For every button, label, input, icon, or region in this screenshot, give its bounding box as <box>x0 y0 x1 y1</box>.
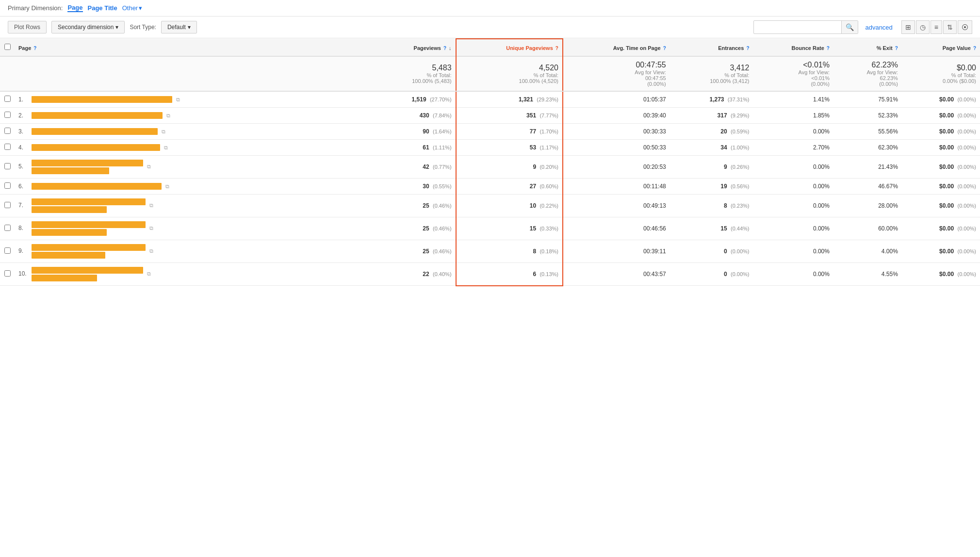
bar-primary <box>32 160 143 166</box>
secondary-dimension-dropdown[interactable]: Secondary dimension ▾ <box>51 21 125 33</box>
table-row: 9. ⧉ 25 (0.46%)8 (0.18%)00:39:110 (0.00%… <box>0 240 980 263</box>
row-checkbox-cell <box>0 108 15 124</box>
row-checkbox[interactable] <box>4 182 11 189</box>
bounce-rate-column-header: Bounce Rate ? <box>753 39 833 56</box>
copy-icon[interactable]: ⧉ <box>166 113 170 118</box>
bounce-rate-cell: 0.00% <box>753 179 833 195</box>
row-checkbox[interactable] <box>4 96 11 102</box>
pageviews-cell: 90 (1.64%) <box>372 124 456 140</box>
pct-exit-cell: 55.56% <box>833 124 902 140</box>
page-value-cell: $0.00 (0.00%) <box>902 140 980 156</box>
row-checkbox-cell <box>0 124 15 140</box>
page-help-icon[interactable]: ? <box>33 46 36 51</box>
page-cell: 6. ⧉ <box>15 179 372 195</box>
avg-time-cell: 00:11:48 <box>563 179 670 195</box>
bounce-rate-help-icon[interactable]: ? <box>827 46 830 51</box>
bar-primary <box>32 96 172 103</box>
unique-pageviews-column-header: Unique Pageviews ? <box>456 39 563 56</box>
row-checkbox-cell <box>0 217 15 240</box>
pivot-icon[interactable]: ⦿ <box>958 20 972 34</box>
toolbar: Plot Rows Secondary dimension ▾ Sort Typ… <box>0 16 980 38</box>
copy-icon[interactable]: ⧉ <box>147 164 151 169</box>
compare-icon[interactable]: ⇅ <box>943 20 957 34</box>
copy-icon[interactable]: ⧉ <box>162 129 165 134</box>
page-cell: 8. ⧉ <box>15 217 372 240</box>
list-view-icon[interactable]: ≡ <box>931 20 942 34</box>
entrances-cell: 1,273 (37.31%) <box>670 91 753 108</box>
row-checkbox[interactable] <box>4 112 11 118</box>
bounce-rate-cell: 0.00% <box>753 195 833 217</box>
row-checkbox[interactable] <box>4 225 11 231</box>
sort-type-label: Sort Type: <box>130 24 156 31</box>
pageviews-cell: 25 (0.46%) <box>372 240 456 263</box>
page-value-help-icon[interactable]: ? <box>973 46 976 51</box>
row-checkbox[interactable] <box>4 247 11 254</box>
select-all-checkbox[interactable] <box>4 44 11 50</box>
dim-page-btn[interactable]: Page <box>67 4 82 12</box>
row-number: 9. <box>18 247 28 254</box>
bounce-rate-cell: 0.00% <box>753 240 833 263</box>
bar-secondary <box>32 275 97 281</box>
unique-pageviews-cell: 1,321 (29.23%) <box>456 91 563 108</box>
copy-icon[interactable]: ⧉ <box>164 145 168 150</box>
row-checkbox[interactable] <box>4 144 11 150</box>
page-cell: 2. ⧉ <box>15 108 372 124</box>
row-checkbox[interactable] <box>4 163 11 169</box>
table-row: 6. ⧉ 30 (0.55%)27 (0.60%)00:11:4819 (0.5… <box>0 179 980 195</box>
row-number: 3. <box>18 128 28 135</box>
unique-pageviews-cell: 15 (0.33%) <box>456 217 563 240</box>
page-cell: 3. ⧉ <box>15 124 372 140</box>
table-row: 10. ⧉ 22 (0.40%)6 (0.13%)00:43:570 (0.00… <box>0 263 980 286</box>
unique-pageviews-cell: 53 (1.17%) <box>456 140 563 156</box>
dim-page-title-btn[interactable]: Page Title <box>88 4 117 12</box>
avg-time-help-icon[interactable]: ? <box>663 46 666 51</box>
pct-exit-cell: 28.00% <box>833 195 902 217</box>
pct-exit-cell: 4.00% <box>833 240 902 263</box>
pageviews-help-icon[interactable]: ? <box>443 46 446 51</box>
bar-primary <box>32 221 146 228</box>
page-value-cell: $0.00 (0.00%) <box>902 91 980 108</box>
pie-view-icon[interactable]: ◷ <box>916 20 930 34</box>
row-checkbox[interactable] <box>4 202 11 208</box>
pageviews-cell: 430 (7.84%) <box>372 108 456 124</box>
sort-type-dropdown[interactable]: Default ▾ <box>161 21 197 33</box>
page-value-cell: $0.00 (0.00%) <box>902 217 980 240</box>
copy-icon[interactable]: ⧉ <box>149 225 153 231</box>
row-checkbox[interactable] <box>4 128 11 134</box>
entrances-cell: 34 (1.00%) <box>670 140 753 156</box>
copy-icon[interactable]: ⧉ <box>176 97 180 102</box>
pct-exit-cell: 62.30% <box>833 140 902 156</box>
advanced-link[interactable]: advanced <box>865 24 892 31</box>
row-checkbox-cell <box>0 91 15 108</box>
page-column-header: Page ? <box>15 39 372 56</box>
entrances-cell: 20 (0.59%) <box>670 124 753 140</box>
row-checkbox[interactable] <box>4 270 11 277</box>
row-number: 2. <box>18 112 28 119</box>
bounce-rate-cell: 0.00% <box>753 124 833 140</box>
pct-exit-help-icon[interactable]: ? <box>895 46 898 51</box>
avg-time-cell: 00:39:40 <box>563 108 670 124</box>
entrances-cell: 317 (9.29%) <box>670 108 753 124</box>
data-table: Page ? Pageviews ? ↓ Unique Pageviews ? … <box>0 38 980 286</box>
row-number: 5. <box>18 163 28 170</box>
unique-pageviews-cell: 9 (0.20%) <box>456 156 563 179</box>
copy-icon[interactable]: ⧉ <box>149 248 153 254</box>
copy-icon[interactable]: ⧉ <box>165 183 169 189</box>
row-checkbox-cell <box>0 195 15 217</box>
copy-icon[interactable]: ⧉ <box>149 202 153 208</box>
row-number: 7. <box>18 202 28 209</box>
search-input[interactable] <box>754 21 841 33</box>
copy-icon[interactable]: ⧉ <box>147 271 151 277</box>
summary-avg-time-cell: 00:47:55 Avg for View: 00:47:55 (0.00%) <box>563 56 670 91</box>
row-checkbox-cell <box>0 179 15 195</box>
entrances-help-icon[interactable]: ? <box>746 46 749 51</box>
bar-secondary <box>32 206 107 213</box>
page-cell: 4. ⧉ <box>15 140 372 156</box>
plot-rows-button[interactable]: Plot Rows <box>8 21 47 33</box>
unique-pv-help-icon[interactable]: ? <box>555 46 558 51</box>
page-value-cell: $0.00 (0.00%) <box>902 108 980 124</box>
bounce-rate-cell: 0.00% <box>753 156 833 179</box>
search-icon-button[interactable]: 🔍 <box>841 21 858 33</box>
grid-view-icon[interactable]: ⊞ <box>901 20 915 34</box>
dim-other-btn[interactable]: Other ▾ <box>122 4 143 12</box>
